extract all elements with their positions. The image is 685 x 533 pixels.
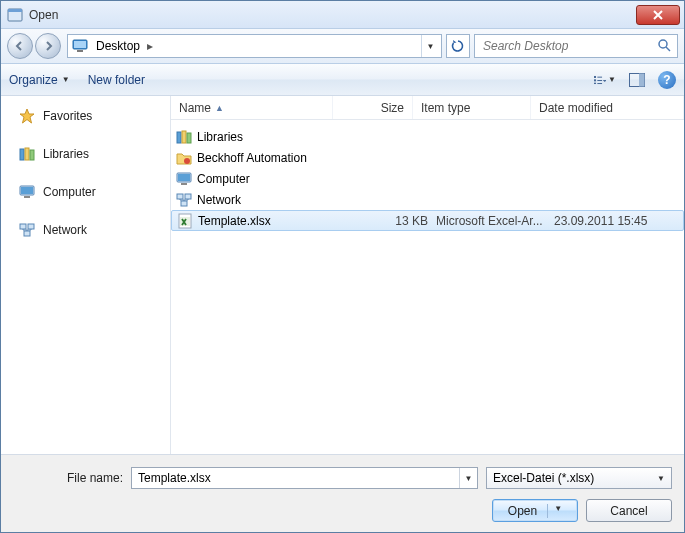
view-options-button[interactable]: ▼ <box>594 69 616 91</box>
organize-button[interactable]: Organize ▼ <box>9 73 70 87</box>
column-name[interactable]: Name ▲ <box>171 96 333 119</box>
forward-button[interactable] <box>35 33 61 59</box>
xlsx-icon <box>176 213 194 229</box>
computer-icon <box>175 171 193 187</box>
svg-rect-23 <box>177 132 181 143</box>
svg-point-26 <box>184 158 190 164</box>
computer-icon <box>19 184 35 200</box>
sidebar-item-label: Network <box>43 223 87 237</box>
svg-rect-4 <box>77 50 83 52</box>
svg-point-5 <box>659 40 667 48</box>
svg-rect-15 <box>25 148 29 160</box>
open-split-icon[interactable]: ▼ <box>547 504 562 518</box>
help-button[interactable]: ? <box>658 71 676 89</box>
search-input[interactable] <box>481 38 657 54</box>
svg-rect-9 <box>597 76 602 77</box>
preview-pane-button[interactable] <box>626 69 648 91</box>
folder-special-icon <box>175 150 193 166</box>
nav-arrows <box>7 33 63 59</box>
sidebar-item-label: Favorites <box>43 109 92 123</box>
sort-asc-icon: ▲ <box>215 103 224 113</box>
svg-rect-29 <box>181 183 187 185</box>
file-name: Network <box>197 193 355 207</box>
file-size: 13 KB <box>356 214 436 228</box>
svg-rect-21 <box>28 224 34 229</box>
file-row[interactable]: Template.xlsx13 KBMicrosoft Excel-Ar...2… <box>171 210 684 231</box>
file-name: Beckhoff Automation <box>197 151 355 165</box>
svg-rect-24 <box>182 131 186 143</box>
close-button[interactable] <box>636 5 680 25</box>
svg-rect-25 <box>187 133 191 143</box>
file-name: Template.xlsx <box>198 214 356 228</box>
open-button[interactable]: Open ▼ <box>492 499 578 522</box>
chevron-down-icon: ▼ <box>62 75 70 84</box>
cancel-button[interactable]: Cancel <box>586 499 672 522</box>
navbar: Desktop ▸ ▼ <box>1 29 684 64</box>
column-headers: Name ▲ Size Item type Date modified <box>171 96 684 120</box>
window-title: Open <box>29 8 58 22</box>
filename-dropdown[interactable]: ▼ <box>459 468 477 488</box>
sidebar-item-favorites[interactable]: Favorites <box>1 104 170 128</box>
search-icon <box>657 38 671 55</box>
organize-label: Organize <box>9 73 58 87</box>
svg-rect-18 <box>21 187 33 194</box>
desktop-icon <box>72 38 88 54</box>
sidebar-item-network[interactable]: Network <box>1 218 170 242</box>
svg-rect-6 <box>594 75 596 77</box>
open-dialog: Open Desktop ▸ ▼ <box>0 0 685 533</box>
svg-rect-13 <box>639 73 645 86</box>
svg-rect-16 <box>30 150 34 160</box>
svg-rect-22 <box>24 231 30 236</box>
svg-rect-1 <box>8 9 22 12</box>
main-area: Favorites Libraries Computer Network <box>1 96 684 454</box>
filter-label: Excel-Datei (*.xlsx) <box>493 471 594 485</box>
file-date: 23.09.2011 15:45 <box>554 214 683 228</box>
column-date[interactable]: Date modified <box>531 96 684 119</box>
svg-rect-32 <box>181 201 187 206</box>
file-type-filter[interactable]: Excel-Datei (*.xlsx) ▼ <box>486 467 672 489</box>
network-icon <box>19 222 35 238</box>
file-name: Libraries <box>197 130 355 144</box>
address-bar[interactable]: Desktop ▸ ▼ <box>67 34 442 58</box>
rows-container: LibrariesBeckhoff AutomationComputerNetw… <box>171 120 684 454</box>
sidebar-item-libraries[interactable]: Libraries <box>1 142 170 166</box>
chevron-down-icon: ▼ <box>608 75 616 84</box>
libraries-icon <box>19 146 35 162</box>
svg-rect-7 <box>594 79 596 81</box>
titlebar: Open <box>1 1 684 29</box>
svg-rect-8 <box>594 82 596 83</box>
svg-rect-20 <box>20 224 26 229</box>
filename-label: File name: <box>13 471 123 485</box>
refresh-button[interactable] <box>446 34 470 58</box>
file-row[interactable]: Libraries <box>171 126 684 147</box>
column-type[interactable]: Item type <box>413 96 531 119</box>
svg-rect-19 <box>24 196 30 198</box>
svg-rect-31 <box>185 194 191 199</box>
filename-combo[interactable]: ▼ <box>131 467 478 489</box>
svg-rect-10 <box>597 80 602 81</box>
chevron-down-icon: ▼ <box>657 474 665 483</box>
file-row[interactable]: Beckhoff Automation <box>171 147 684 168</box>
network-icon <box>175 192 193 208</box>
file-row[interactable]: Network <box>171 189 684 210</box>
column-size[interactable]: Size <box>333 96 413 119</box>
bottom-panel: File name: ▼ Excel-Datei (*.xlsx) ▼ Open… <box>1 454 684 532</box>
address-dropdown[interactable]: ▼ <box>421 35 439 57</box>
sidebar-item-computer[interactable]: Computer <box>1 180 170 204</box>
file-list: Name ▲ Size Item type Date modified Libr… <box>171 96 684 454</box>
file-row[interactable]: Computer <box>171 168 684 189</box>
svg-rect-28 <box>178 174 190 181</box>
search-box[interactable] <box>474 34 678 58</box>
svg-rect-11 <box>597 83 602 84</box>
back-button[interactable] <box>7 33 33 59</box>
libraries-icon <box>175 129 193 145</box>
svg-rect-30 <box>177 194 183 199</box>
filename-input[interactable] <box>132 471 459 485</box>
sidebar: Favorites Libraries Computer Network <box>1 96 171 454</box>
file-type: Microsoft Excel-Ar... <box>436 214 554 228</box>
new-folder-button[interactable]: New folder <box>88 73 145 87</box>
sidebar-item-label: Computer <box>43 185 96 199</box>
breadcrumb-chevron-icon[interactable]: ▸ <box>144 39 156 53</box>
breadcrumb-location[interactable]: Desktop <box>92 37 144 55</box>
star-icon <box>19 108 35 124</box>
